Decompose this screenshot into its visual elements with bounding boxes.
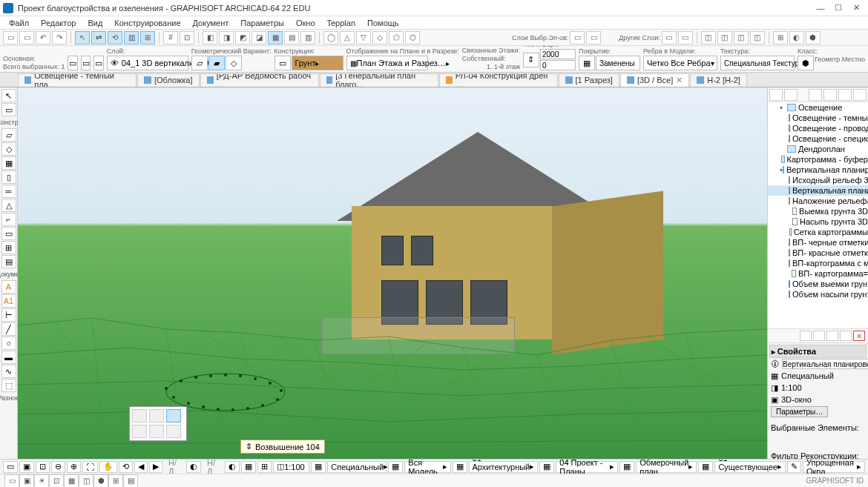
- tool-label[interactable]: A1: [1, 294, 16, 308]
- geom-2[interactable]: ▰: [208, 56, 225, 70]
- tree-item-3[interactable]: Освещение - специфика: [768, 133, 868, 144]
- constr-dropdown[interactable]: Грунт ▸: [292, 56, 343, 70]
- tool-arrow[interactable]: ↖: [75, 31, 90, 44]
- menu-file[interactable]: Файл: [3, 19, 35, 27]
- tool-open[interactable]: ▭: [19, 31, 34, 44]
- tab-4[interactable]: РЛ-04 Конструкция дрен …: [439, 73, 558, 87]
- tool-d3[interactable]: ⬢: [806, 31, 821, 44]
- bb-2[interactable]: ▣: [19, 474, 34, 488]
- tool-b1[interactable]: ◯: [323, 31, 338, 44]
- tree-item-5[interactable]: Картограмма - буфер: [768, 154, 868, 165]
- tool-mesh[interactable]: ▦: [1, 156, 16, 170]
- sb-zoom-out[interactable]: ⊖: [51, 461, 65, 473]
- tool-snap[interactable]: ⊞: [140, 31, 155, 44]
- sb-sp5[interactable]: ▦: [619, 461, 634, 473]
- widget-move[interactable]: [132, 409, 147, 423]
- menu-help[interactable]: Помощь: [361, 19, 405, 27]
- nav-btn-3[interactable]: [809, 89, 822, 101]
- tool-a1[interactable]: ◧: [203, 31, 217, 44]
- sb-scale[interactable]: ◫ 1:100: [273, 461, 309, 473]
- tool-select[interactable]: ↖: [1, 89, 16, 102]
- tree-item-4[interactable]: Дендроплан: [768, 144, 868, 154]
- props-header[interactable]: ▸ Свойства: [769, 345, 867, 358]
- sel-icon-3[interactable]: ▭: [93, 56, 103, 70]
- tool-a2[interactable]: ◨: [219, 31, 234, 44]
- tool-a5[interactable]: ▦: [268, 31, 283, 44]
- menu-document[interactable]: Документ: [187, 19, 235, 27]
- params-button[interactable]: Параметры…: [771, 406, 828, 417]
- sb-m4[interactable]: ⊞: [257, 461, 272, 473]
- nav-btn-4[interactable]: [823, 89, 837, 101]
- layer-btn1[interactable]: ▭: [570, 31, 585, 44]
- bottom-input-1[interactable]: [540, 49, 576, 59]
- tree-item-10[interactable]: Выемка грунта 3D: [768, 206, 868, 216]
- tool-a6[interactable]: ▤: [284, 31, 299, 44]
- action-1[interactable]: [800, 331, 812, 341]
- tree-item-17[interactable]: Объем выемки грунта: [768, 279, 868, 289]
- nav-btn-6[interactable]: [853, 89, 867, 101]
- layer-dropdown[interactable]: 👁04_1 3D вертикалка (КО) ▸: [107, 56, 188, 70]
- sel-elem-3[interactable]: [800, 434, 812, 445]
- 3d-viewport[interactable]: ⇕ Возвышение 104: [18, 87, 767, 474]
- tool-door[interactable]: ⌐: [1, 213, 16, 226]
- tool-grid2[interactable]: ⊡: [180, 31, 194, 44]
- tool-curtain[interactable]: ⊞: [1, 241, 16, 254]
- tree-item-9[interactable]: Наложение рельефа 3D: [768, 196, 868, 206]
- tab-5[interactable]: [1 Разрез]: [559, 73, 619, 87]
- menu-construction[interactable]: Конструирование: [108, 19, 186, 27]
- bb-3[interactable]: ☀: [34, 474, 49, 488]
- close-button[interactable]: ✕: [847, 1, 865, 15]
- tool-dim[interactable]: ⊢: [1, 308, 16, 322]
- tree-item-18[interactable]: Объем насыпи грунта: [768, 289, 868, 299]
- sb-m2[interactable]: ◐: [225, 461, 240, 473]
- minimize-button[interactable]: —: [812, 1, 829, 15]
- bb-6[interactable]: ◫: [79, 474, 93, 488]
- sb-1[interactable]: ▭: [3, 461, 18, 473]
- menu-view[interactable]: Вид: [82, 19, 108, 27]
- sb-orbit[interactable]: ⟲: [119, 461, 133, 473]
- tool-fill[interactable]: ▬: [1, 351, 16, 364]
- constr-icon[interactable]: ▭: [274, 56, 291, 70]
- tree-item-2[interactable]: Освещение - проводка: [768, 123, 868, 133]
- class-icon[interactable]: ⬢: [798, 56, 814, 70]
- sb-3[interactable]: ⊡: [36, 461, 50, 473]
- sel-elem-2[interactable]: [786, 434, 798, 445]
- sb-prev[interactable]: ◀: [134, 461, 148, 473]
- sb-exist[interactable]: 01 Существующее … ▸: [714, 461, 786, 473]
- bb-7[interactable]: ⬢: [93, 474, 108, 488]
- tree-item-7[interactable]: Исходный рельеф 3D: [768, 175, 868, 185]
- widget-w5[interactable]: [149, 425, 164, 438]
- tree-item-1[interactable]: Освещение - темный пла: [768, 113, 868, 123]
- sel-elem-1[interactable]: [771, 434, 783, 445]
- bb-8[interactable]: ⊞: [108, 474, 123, 488]
- tool-slab[interactable]: ◇: [1, 142, 16, 156]
- edges-dropdown[interactable]: Четко Все Ребра ▾: [643, 56, 717, 70]
- tool-c4[interactable]: ◫: [750, 31, 765, 44]
- tool-stair[interactable]: ▤: [1, 255, 16, 268]
- widget-w2[interactable]: [149, 409, 164, 423]
- tool-d1[interactable]: ⊞: [773, 31, 788, 44]
- sb-sp2[interactable]: ▦: [388, 461, 403, 473]
- tree-item-0[interactable]: ▾Освещение: [768, 102, 868, 113]
- tool-zone[interactable]: ⬚: [1, 379, 16, 392]
- bottom-input-2[interactable]: [540, 60, 576, 70]
- tool-a7[interactable]: ▥: [300, 31, 315, 44]
- sb-model[interactable]: Вся Модель ▸: [404, 461, 450, 473]
- nav-btn-1[interactable]: [769, 89, 783, 101]
- tool-b5[interactable]: ⬠: [389, 31, 404, 44]
- tool-wall[interactable]: ▱: [1, 128, 16, 142]
- tool-move[interactable]: ⇄: [91, 31, 106, 44]
- menu-editor[interactable]: Редактор: [35, 19, 82, 27]
- tool-column[interactable]: ▯: [1, 170, 16, 184]
- sel-icon-1[interactable]: ▭: [68, 56, 77, 70]
- tool-marquee[interactable]: ▭: [1, 103, 16, 116]
- tree-item-13[interactable]: ВП- черные отметки: [768, 237, 868, 248]
- sb-sp3[interactable]: ▦: [453, 461, 467, 473]
- tab-6[interactable]: [3D / Все]✕: [620, 73, 689, 87]
- tool-window[interactable]: ▭: [1, 227, 16, 240]
- sb-special[interactable]: Специальный ▸: [327, 461, 387, 473]
- tool-d2[interactable]: ◐: [789, 31, 804, 44]
- tool-mirror[interactable]: ▥: [124, 31, 139, 44]
- navigator-tree[interactable]: ▾ОсвещениеОсвещение - темный плаОсвещени…: [768, 102, 868, 328]
- tree-item-16[interactable]: ВП- картограмма=: [768, 268, 868, 279]
